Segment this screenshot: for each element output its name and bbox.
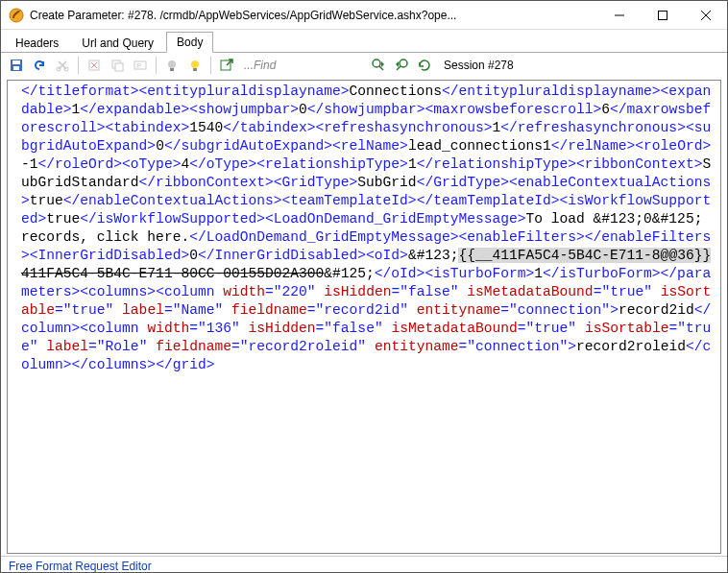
window-title: Create Parameter: #278. /crmdb/AppWebSer… — [30, 9, 597, 22]
refresh-icon[interactable] — [415, 56, 434, 75]
bulb-on-icon[interactable] — [185, 56, 205, 75]
undo-icon[interactable] — [30, 56, 49, 75]
svg-text:P: P — [136, 61, 141, 70]
delete-icon[interactable] — [85, 56, 104, 75]
toolbar: P ...Find Session #278 — [1, 53, 727, 78]
titlebar: Create Parameter: #278. /crmdb/AppWebSer… — [1, 1, 727, 30]
copy-icon[interactable] — [108, 56, 127, 75]
goto-icon[interactable] — [217, 56, 236, 75]
svg-point-19 — [191, 60, 199, 68]
maximize-button[interactable] — [641, 1, 684, 29]
tab-headers[interactable]: Headers — [5, 33, 69, 53]
find-next-icon[interactable] — [369, 56, 388, 75]
minimize-button[interactable] — [597, 1, 641, 29]
find-prev-icon[interactable] — [392, 56, 411, 75]
svg-point-22 — [373, 60, 380, 67]
status-bar: Free Format Request Editor — [1, 556, 727, 573]
svg-point-0 — [10, 9, 23, 22]
svg-point-24 — [400, 60, 407, 67]
svg-point-17 — [168, 60, 176, 68]
svg-rect-7 — [13, 66, 19, 70]
app-icon — [9, 8, 24, 23]
status-text: Free Format Request Editor — [9, 560, 152, 573]
svg-rect-18 — [170, 68, 174, 71]
find-input[interactable]: ...Find — [240, 57, 365, 74]
svg-rect-2 — [658, 11, 667, 19]
cut-icon[interactable] — [53, 56, 72, 75]
tab-url-query[interactable]: Url and Query — [71, 33, 164, 53]
tab-body[interactable]: Body — [166, 32, 213, 53]
save-icon[interactable] — [7, 56, 26, 75]
bulb-off-icon[interactable] — [162, 56, 182, 75]
separator — [78, 57, 79, 74]
separator — [210, 57, 211, 74]
separator — [156, 57, 157, 74]
xml-content[interactable]: </titleformat><entitypluraldisplayname>C… — [8, 81, 720, 380]
param-icon[interactable]: P — [131, 56, 150, 75]
tab-bar: Headers Url and Query Body — [1, 30, 727, 53]
svg-rect-20 — [193, 68, 197, 71]
svg-rect-14 — [115, 63, 123, 71]
close-button[interactable] — [684, 1, 727, 29]
window-controls — [597, 1, 727, 29]
session-label: Session #278 — [444, 59, 514, 72]
body-editor[interactable]: </titleformat><entitypluraldisplayname>C… — [7, 80, 721, 554]
svg-rect-6 — [12, 60, 20, 64]
